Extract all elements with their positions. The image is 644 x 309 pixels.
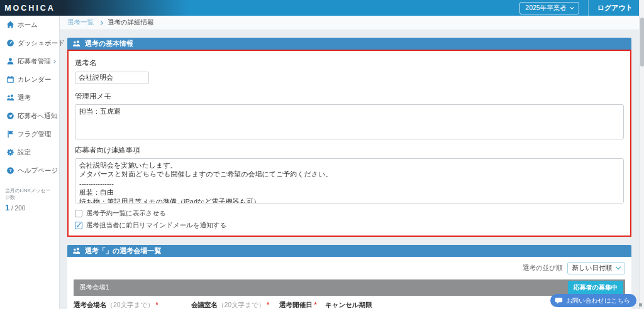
sidebar-item-label: ヘルプページ xyxy=(18,166,58,175)
help-icon: ? xyxy=(6,166,14,175)
sort-order-label: 選考の並び順 xyxy=(523,264,563,273)
basic-info-card: 選考名 管理用メモ 担当：五虎退 応募者向け連絡事項 会社説明会を実施いたします… xyxy=(67,50,631,237)
sidebar-item-dashboard[interactable]: ダッシュボード xyxy=(0,34,59,52)
sidebar-item-label: 応募者管理 xyxy=(18,57,51,66)
required-mark: * xyxy=(267,301,269,308)
people-icon xyxy=(72,247,80,255)
checkbox-0[interactable] xyxy=(75,210,82,217)
line-counter-used: 1 xyxy=(5,203,9,212)
gear-icon xyxy=(6,148,14,156)
chat-resize-handle[interactable] xyxy=(639,303,642,306)
admin-memo-textarea[interactable]: 担当：五虎退 xyxy=(75,104,624,139)
checkbox-1[interactable] xyxy=(75,222,82,229)
sidebar-item-notify[interactable]: 応募者へ通知 xyxy=(0,107,59,125)
calendar-icon xyxy=(6,75,14,84)
graduation-year-dropdown[interactable]: 2025年卒業者 xyxy=(519,2,579,14)
graduation-year-label: 2025年卒業者 xyxy=(525,4,566,13)
basic-info-section-header: 選考の基本情報 xyxy=(67,38,631,50)
page-scrollbar[interactable] xyxy=(639,0,644,309)
sidebar-item-label: ホーム xyxy=(18,21,38,30)
notify-icon xyxy=(6,112,14,120)
show-in-reservation-list-row: 選考予約一覧に表示させる xyxy=(75,209,624,219)
mochica-logo: MOCHICA xyxy=(0,4,60,13)
people-icon xyxy=(72,40,80,48)
sidebar-item-label: 選考 xyxy=(18,94,31,102)
contact-chat-label: お問い合わせはこちら xyxy=(566,296,630,305)
sidebar-item-label: カレンダー xyxy=(18,75,51,84)
sidebar-item-calendar[interactable]: カレンダー xyxy=(0,70,59,89)
contact-chat-button[interactable]: お問い合わせはこちら xyxy=(550,294,636,307)
sidebar-item-label: 応募者へ通知 xyxy=(18,112,57,121)
venue-list-card: 選考の並び順 新しい日付順 選考会場1 応募者の募集中 選考会場名（20文字まで… xyxy=(67,257,631,309)
flag-icon xyxy=(6,130,14,138)
sidebar: ホーム ダッシュボード 応募者管理 カレンダー 選考 応募者へ通知 フラグ管理 xyxy=(0,16,60,309)
sort-order-dropdown[interactable]: 新しい日付順 xyxy=(567,262,626,274)
meeting-room-label: 会議室名（20文字まで） * xyxy=(191,301,279,309)
app-window: MOCHICA 2025年卒業者 ログアウト ホーム ダッシュボード 応募者管理… xyxy=(0,0,644,309)
main-content: 選考一覧 選考の詳細情報 選考の基本情報 選考名 管理用メモ 担当：五虎退 応募… xyxy=(60,16,639,309)
selection-name-input[interactable] xyxy=(75,72,149,84)
top-bar: MOCHICA 2025年卒業者 ログアウト xyxy=(0,0,644,16)
applicant-icon xyxy=(6,57,14,65)
breadcrumb-current-page: 選考の詳細情報 xyxy=(108,18,154,27)
sidebar-item-settings[interactable]: 設定 xyxy=(0,143,59,161)
remind-mail-row: 選考担当者に前日リマインドメールを通知する xyxy=(75,221,624,230)
chevron-down-icon xyxy=(616,264,621,269)
sort-order-value: 新しい日付順 xyxy=(572,264,613,273)
selection-name-label: 選考名 xyxy=(75,58,624,68)
venue-name-label: 選考会場名（20文字まで） * xyxy=(74,301,191,309)
selection-icon xyxy=(6,94,14,102)
line-message-counter: 当月のLINEメッセージ数 1 / 200 xyxy=(5,187,55,212)
home-icon xyxy=(6,21,14,29)
recruiting-status-button[interactable]: 応募者の募集中 xyxy=(568,281,623,295)
sidebar-item-flags[interactable]: フラグ管理 xyxy=(0,125,59,143)
svg-text:?: ? xyxy=(9,168,12,173)
venue-1-title: 選考会場1 xyxy=(79,283,109,292)
chevron-right-icon xyxy=(52,60,56,63)
speech-bubble-icon xyxy=(555,296,563,305)
applicant-notice-textarea[interactable]: 会社説明会を実施いたします。 メタバースと対面どちらでも開催しますのでご希望の会… xyxy=(75,158,624,203)
dashboard-icon xyxy=(6,39,14,47)
sidebar-item-selection[interactable]: 選考 xyxy=(0,89,59,107)
sidebar-item-home[interactable]: ホーム xyxy=(0,16,59,34)
line-counter-label: 当月のLINEメッセージ数 xyxy=(5,187,55,201)
chevron-right-icon xyxy=(99,20,103,24)
section-title: 選考の基本情報 xyxy=(85,39,133,48)
section-title: 選考「」の選考会場一覧 xyxy=(85,246,161,256)
applicant-notice-label: 応募者向け連絡事項 xyxy=(75,146,624,155)
sidebar-item-applicants[interactable]: 応募者管理 xyxy=(0,52,59,70)
scrollbar-thumb[interactable] xyxy=(640,18,644,67)
sidebar-item-label: フラグ管理 xyxy=(18,130,51,139)
venue-list-section-header: 選考「」の選考会場一覧 xyxy=(67,245,631,257)
topbar-divider xyxy=(588,0,589,16)
logout-button[interactable]: ログアウト xyxy=(597,3,633,13)
sidebar-item-label: ダッシュボード xyxy=(18,39,65,48)
required-mark: * xyxy=(314,301,316,308)
checkbox-label: 選考予約一覧に表示させる xyxy=(86,209,166,218)
event-date-label: 選考開催日 * xyxy=(279,301,325,309)
breadcrumb-selection-list-link[interactable]: 選考一覧 xyxy=(67,18,94,27)
line-counter-total: / 200 xyxy=(11,205,25,212)
cancel-deadline-label: キャンセル期限 xyxy=(325,301,382,309)
chevron-down-icon xyxy=(570,4,574,9)
venue-1-fields: 選考会場名（20文字まで） * 会議室名（20文字まで） * 選考開催日 * キ… xyxy=(74,301,625,309)
venue-1-header-bar: 選考会場1 応募者の募集中 xyxy=(74,279,625,296)
required-mark: * xyxy=(156,301,158,308)
admin-memo-label: 管理用メモ xyxy=(75,92,624,101)
sidebar-item-label: 設定 xyxy=(18,148,31,157)
checkbox-label: 選考担当者に前日リマインドメールを通知する xyxy=(86,221,226,230)
breadcrumb: 選考一覧 選考の詳細情報 xyxy=(60,16,639,30)
sidebar-item-help[interactable]: ? ヘルプページ xyxy=(0,161,59,180)
